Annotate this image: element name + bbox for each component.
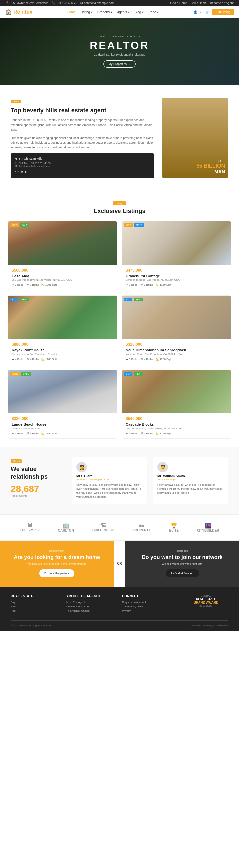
copyright: © 2020 Rentex All Rights Reserved.	[10, 624, 53, 627]
partner-2: 🏢 CARLTON	[58, 523, 74, 532]
become-agent-link[interactable]: Become an Agent	[210, 1, 234, 5]
logo[interactable]: 🏠 Rentex	[5, 9, 32, 15]
facebook-icon[interactable]: f	[15, 170, 16, 174]
partner-5: 🏆 ELITE	[169, 523, 179, 532]
listing-card-2[interactable]: HOT RENT $475,000 Gravehurst Cottage Sim…	[122, 221, 231, 290]
twitter-icon[interactable]: t	[18, 170, 19, 174]
beds-3: 🛏 4 Beds	[11, 358, 23, 361]
badge-buy-4: BUY	[125, 298, 132, 301]
user-icon[interactable]: 👤	[193, 10, 197, 14]
nav-listing[interactable]: Listing ▾	[80, 10, 92, 14]
listing-badges-2: HOT RENT	[125, 223, 144, 227]
footer-link-cristau[interactable]: The Agency Cristau	[67, 610, 117, 612]
listing-card-5[interactable]: RENT SALE $320,000 Lange Beach House La …	[8, 370, 117, 439]
footer-link-register[interactable]: Register an Account	[122, 601, 172, 604]
footer-link-daily[interactable]: The Agency Daily	[122, 605, 172, 608]
nav-page[interactable]: Page ▾	[149, 10, 159, 14]
sqft-4: 📐 1200 Sqft	[156, 358, 171, 361]
footer-link-privacy[interactable]: Privacy	[122, 610, 172, 612]
relations-left: Clients We value relationships 28,687 Ha…	[10, 457, 64, 504]
footer-link-rent[interactable]: Rent	[10, 605, 61, 608]
listing-name-5: Lange Beach House	[11, 423, 113, 426]
footer-award: GLOBAL REAL ESTATE BRAND AWARD 2019-2020	[178, 594, 229, 614]
partner-6: 🌆 CITYBUILDER	[197, 523, 219, 532]
beds-5: 🛏 6 Beds	[11, 432, 23, 435]
sell-home-link[interactable]: Sell a Home	[190, 1, 207, 5]
listings-grid: HOT SALE $560,000 Casa Aida 962 Las Vega…	[8, 221, 231, 439]
cta-left: Discover Are you looking for a dream hom…	[0, 541, 113, 587]
nav-home[interactable]: Home	[67, 10, 76, 14]
logo-text: ntex	[21, 9, 32, 15]
listing-image-2: HOT RENT	[123, 221, 231, 265]
instagram-icon[interactable]: in	[21, 170, 23, 174]
listing-addr-4: Westend Road, San Francisco, CA 90024, U…	[126, 353, 228, 356]
cart-icon[interactable]: 🛒	[206, 10, 209, 14]
nav-property[interactable]: Property ▾	[97, 10, 112, 14]
beds-6: 🛏 3 Beds	[126, 432, 137, 435]
phone: 📞 +94 123 456 75	[52, 1, 77, 5]
footer-bottom: © 2020 Rentex All Rights Reserved. Caref…	[10, 620, 229, 627]
badge-hot-1: HOT	[10, 223, 19, 227]
listing-meta-1: 🛏 2 Beds 🚿 1 Baths 📐 1201 Sqft	[11, 283, 113, 286]
badge-rent-5: RENT	[10, 372, 20, 376]
footer-link-buy[interactable]: Buy	[10, 601, 61, 604]
hero-cta-button[interactable]: My Properties →	[103, 60, 135, 68]
hero-tagline: Coldwell Banker Residential Brokerage	[90, 53, 149, 56]
cta-section: Discover Are you looking for a dream hom…	[0, 541, 239, 587]
footer-link-dev[interactable]: Development Group	[67, 605, 117, 608]
linkedin-icon[interactable]: li	[25, 170, 26, 174]
listing-addr-5: La Rt 1 Tribune Tribune	[11, 427, 113, 430]
listing-info-4: $320,000 Neue Dimensionen im Schröqdach …	[123, 339, 231, 364]
address: 📍 825 Lawrence Ave, Zionsville	[5, 1, 49, 5]
testimonial-2: 👨 Mr. William Smith Senior Manager I don…	[153, 457, 229, 504]
baths-5: 🚿 4 Baths	[26, 432, 39, 435]
footer-link-rent2[interactable]: Rent	[10, 610, 61, 612]
listing-card-4[interactable]: BUY RENT $320,000 Neue Dimensionen im Sc…	[122, 296, 231, 364]
footer-col-connect: CONNECT Register an Account The Agency D…	[122, 594, 172, 614]
badge-sale-1: SALE	[20, 223, 29, 227]
listing-name-3: Kayak Point House	[11, 348, 113, 352]
testimonial-role-1: Architect & Developer Group	[76, 478, 143, 481]
email: ✉ contact@example.com	[80, 1, 114, 5]
cta-explore-button[interactable]: Explore Properties	[39, 569, 74, 577]
partner-1: 🏛 THE SIMPLE	[20, 523, 40, 532]
listing-price-5: $320,000	[11, 416, 113, 421]
hero-content: THE #5 BEVERLY HILLS REALTOR Coldwell Ba…	[90, 35, 149, 68]
or-divider: OR	[113, 558, 126, 569]
listing-image-6: BUY RENT	[123, 370, 231, 413]
testimonial-name-2: Mr. William Smith	[157, 474, 224, 478]
testimonials-grid: 👩 Mrs. Clara Architect & Developer Group…	[72, 457, 229, 504]
billion-amount: $5 BILLION	[196, 163, 225, 169]
add-listing-button[interactable]: Add Listing	[212, 9, 234, 15]
nav-agents[interactable]: Agents ▾	[117, 10, 130, 14]
listing-card-3[interactable]: BUY RENT $880,000 Kayak Point House Some…	[8, 296, 117, 364]
heart-icon[interactable]: ♡	[200, 10, 203, 14]
testimonial-text-2: I don't always clap, but when I do, it's…	[157, 483, 224, 495]
listing-meta-3: 🛏 4 Beds 🚿 4 Baths 📐 1180 Sqft	[11, 358, 113, 361]
listing-price-1: $560,000	[11, 268, 113, 273]
testimonial-1: 👩 Mrs. Clara Architect & Developer Group…	[72, 457, 148, 504]
listing-meta-4: 🛏 3 Beds 🚿 4 Baths 📐 1200 Sqft	[126, 358, 228, 361]
relations-section: Clients We value relationships 28,687 Ha…	[0, 446, 239, 514]
about-left: About Top beverly hills real estate agen…	[10, 98, 154, 178]
billion-the: THE	[196, 159, 225, 163]
badge-hot-2: HOT	[125, 223, 133, 227]
baths-4: 🚿 4 Baths	[140, 358, 153, 361]
footer-link-agents[interactable]: Meet The Agents	[67, 601, 117, 604]
footer-col-about: ABOUT THE AGENCY Meet The Agents Develop…	[67, 594, 117, 614]
cta-right: Join Us Do you want to join our network …	[126, 541, 239, 587]
nav-blog[interactable]: Blog ▾	[134, 10, 144, 14]
cta-join-button[interactable]: Let's Get Moving	[166, 569, 198, 577]
agent-email: ✉ christianmills@example.com	[15, 165, 150, 168]
listings-section: Listings Exclusive Listings HOT SALE $56…	[0, 191, 239, 446]
listing-card-6[interactable]: BUY RENT $540,000 Cascade Blocks 59 Mann…	[122, 370, 231, 439]
find-home-link[interactable]: Find a Home	[170, 1, 187, 5]
about-text2: Our scale gives us wide ranging speciali…	[10, 135, 154, 150]
cta-left-title: Are you looking for a dream home	[8, 554, 106, 560]
listing-addr-6: 59 Mannix Road, Coral Gables, FL 33134, …	[126, 427, 228, 430]
sqft-6: 📐 1140 Sqft	[156, 432, 171, 435]
listing-addr-2: Simmonds Road, Las Vegas, NV 89150, USA	[126, 279, 228, 281]
badge-rent-3: RENT	[20, 298, 29, 301]
top-bar-right: Find a Home Sell a Home Become an Agent	[170, 1, 234, 5]
listing-card-1[interactable]: HOT SALE $560,000 Casa Aida 962 Las Vega…	[8, 221, 117, 290]
